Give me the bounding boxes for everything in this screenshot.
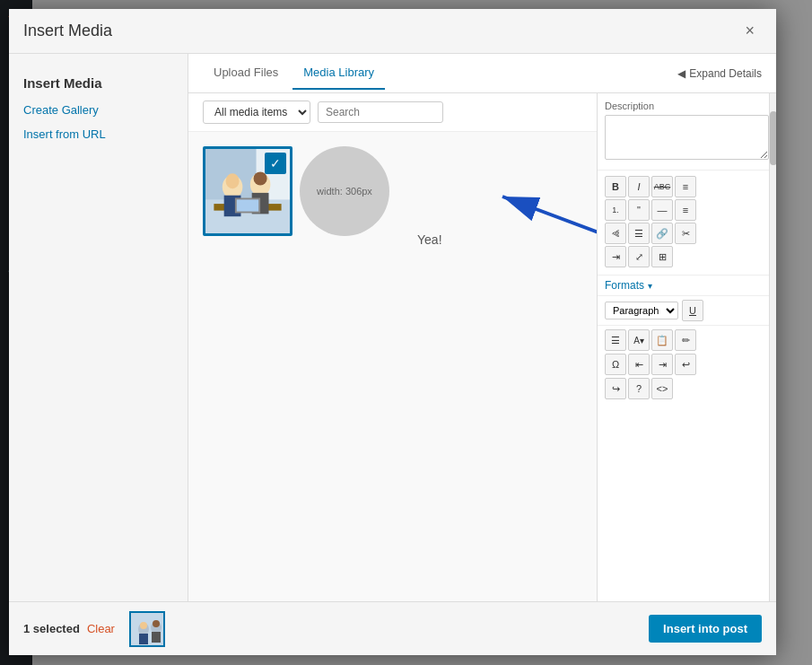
paragraph-row: Paragraph U (598, 296, 776, 326)
italic-button[interactable]: I (628, 176, 650, 197)
hr-button[interactable]: — (651, 199, 673, 221)
fullscreen-button[interactable]: ⤢ (628, 246, 650, 267)
toolbar-row-1: B I ABC ≡ (605, 176, 769, 197)
modal-close-button[interactable]: × (738, 18, 762, 44)
formats-arrow-icon: ▾ (648, 281, 652, 291)
tab-media-library[interactable]: Media Library (292, 57, 385, 90)
modal-body: Insert Media Create Gallery Insert from … (9, 54, 776, 601)
align-left-button[interactable]: ⫷ (605, 223, 626, 244)
formats-label[interactable]: Formats (605, 279, 644, 292)
link-button[interactable]: 🔗 (651, 223, 673, 244)
redo-button[interactable]: ↪ (605, 378, 626, 399)
modal-title: Insert Media (23, 22, 112, 40)
search-input[interactable] (318, 101, 443, 123)
media-toolbar: All media items (188, 93, 597, 132)
help-button[interactable]: ? (628, 378, 650, 399)
yea-annotation: Yea! (417, 232, 442, 247)
indent-button[interactable]: ⇥ (605, 246, 626, 267)
media-placeholder: width: 306px (300, 146, 389, 236)
expand-details-label: Expand Details (689, 67, 762, 80)
description-label: Description (605, 101, 769, 111)
toolbar-row-5: ☰ A▾ 📋 ✏ (605, 329, 769, 351)
ordered-list-button[interactable]: 1. (605, 199, 626, 221)
undo-button[interactable]: ↩ (675, 354, 696, 375)
sidebar-title: Insert Media (9, 68, 188, 98)
description-section: Description (598, 93, 776, 171)
paste-button[interactable]: 📋 (651, 329, 673, 351)
tabs-bar: Upload Files Media Library ◀ Expand Deta… (188, 54, 776, 93)
toolbar-row-2: 1. " — ≡ (605, 199, 769, 221)
formats-row: Formats ▾ (598, 276, 776, 296)
unordered-list-button[interactable]: ≡ (675, 176, 696, 197)
description-textarea[interactable] (605, 115, 769, 160)
media-item-check-icon: ✓ (265, 153, 286, 174)
scrollbar-thumb[interactable] (770, 111, 776, 165)
blockquote-button[interactable]: " (628, 199, 650, 221)
bold-button[interactable]: B (605, 176, 626, 197)
omega-button[interactable]: Ω (605, 354, 626, 375)
editor-toolbar-2: ☰ A▾ 📋 ✏ Ω ⇤ ⇥ ↩ ↪ ? (598, 326, 776, 406)
align-button[interactable]: ≡ (675, 199, 696, 221)
selected-info: 1 selected Clear (23, 611, 165, 647)
svg-point-6 (226, 173, 240, 188)
modal-footer: 1 selected Clear Insert into post (9, 601, 776, 655)
outdent-button[interactable]: ⇤ (628, 354, 650, 375)
insert-into-post-button[interactable]: Insert into post (649, 615, 762, 643)
svg-point-17 (140, 622, 147, 629)
placeholder-label: width: 306px (317, 186, 372, 197)
editor-toolbar: B I ABC ≡ 1. " — ≡ ⫷ ☰ (598, 171, 776, 276)
media-content-area: All media items (188, 93, 776, 601)
toolbar-row-7: ↪ ? <> (605, 378, 769, 399)
modal-main-content: Upload Files Media Library ◀ Expand Deta… (188, 54, 776, 601)
tab-upload-files[interactable]: Upload Files (203, 57, 289, 90)
strikethrough-button[interactable]: ABC (651, 176, 673, 197)
source-button[interactable]: <> (651, 378, 673, 399)
expand-details-arrow-icon: ◀ (677, 67, 685, 80)
cut-button[interactable]: ✂ (675, 223, 696, 244)
media-item-1[interactable]: ✓ (203, 146, 292, 236)
eraser-button[interactable]: ✏ (675, 329, 696, 351)
expand-details-button[interactable]: ◀ Expand Details (677, 67, 762, 80)
modal-left-sidebar: Insert Media Create Gallery Insert from … (9, 54, 188, 601)
toolbar-row-4: ⇥ ⤢ ⊞ (605, 246, 769, 267)
create-gallery-link[interactable]: Create Gallery (9, 98, 188, 122)
svg-rect-19 (152, 632, 161, 643)
insert-from-url-link[interactable]: Insert from URL (9, 122, 188, 146)
scrollbar-track[interactable] (769, 93, 776, 601)
svg-rect-16 (139, 634, 148, 644)
svg-point-20 (153, 620, 160, 627)
clear-selection-link[interactable]: Clear (87, 622, 115, 635)
media-grid-area: All media items (188, 93, 597, 601)
align-center-button[interactable]: ☰ (628, 223, 650, 244)
toolbar-row-6: Ω ⇤ ⇥ ↩ (605, 354, 769, 375)
selected-count: 1 selected (23, 622, 80, 635)
insert-media-modal: Insert Media × Insert Media Create Galle… (9, 9, 776, 655)
font-color-button[interactable]: A▾ (628, 329, 650, 351)
details-panel: Description B I ABC ≡ 1. " (597, 93, 776, 601)
underline-button[interactable]: U (682, 300, 703, 321)
paragraph-select[interactable]: Paragraph (605, 302, 678, 319)
selected-thumbnail (129, 611, 165, 647)
media-grid: ✓ width: 306px (203, 146, 582, 236)
justify-button[interactable]: ☰ (605, 329, 626, 351)
indent2-button[interactable]: ⇥ (651, 354, 673, 375)
modal-header: Insert Media × (9, 9, 776, 54)
svg-rect-11 (237, 199, 258, 211)
toolbar-row-3: ⫷ ☰ 🔗 ✂ (605, 223, 769, 244)
media-item-2[interactable]: width: 306px (300, 146, 389, 236)
table-button[interactable]: ⊞ (651, 246, 673, 267)
media-filter-select[interactable]: All media items (203, 101, 310, 124)
